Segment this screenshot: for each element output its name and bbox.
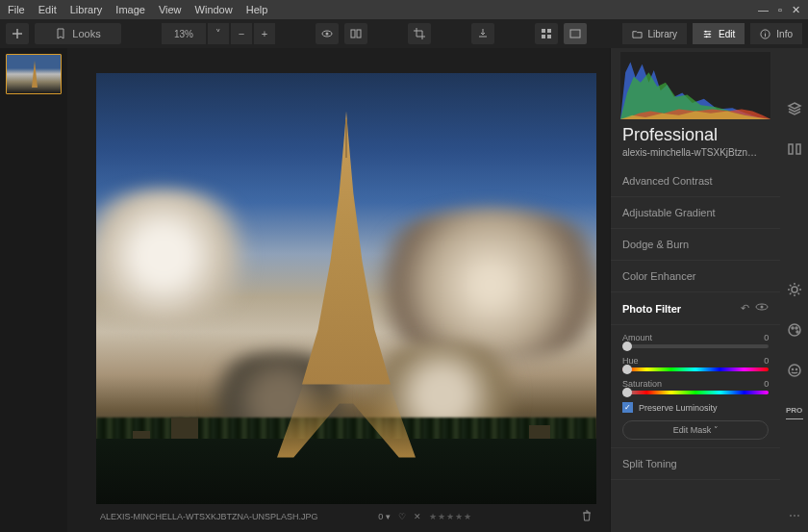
menu-file[interactable]: File bbox=[8, 4, 25, 15]
hue-value: 0 bbox=[764, 356, 769, 366]
svg-point-1 bbox=[326, 33, 329, 36]
svg-rect-5 bbox=[547, 29, 551, 33]
toggle-icon[interactable] bbox=[755, 302, 769, 315]
maximize-icon[interactable]: ▫ bbox=[778, 4, 782, 16]
status-counter[interactable]: 0 ▾ bbox=[378, 512, 391, 521]
menu-bar: File Edit Library Image View Window Help… bbox=[0, 0, 808, 19]
menu-library[interactable]: Library bbox=[70, 4, 103, 15]
library-icon bbox=[632, 29, 643, 39]
amount-value: 0 bbox=[764, 333, 769, 342]
photo-preview bbox=[96, 73, 596, 504]
status-filename: ALEXIS-MINCHELLA-WTSXKJBTZNA-UNSPLASH.JP… bbox=[100, 512, 318, 521]
menu-edit[interactable]: Edit bbox=[38, 4, 57, 15]
zoom-in-button[interactable]: + bbox=[254, 23, 275, 44]
svg-point-21 bbox=[796, 331, 798, 333]
histogram bbox=[620, 52, 770, 119]
compare-button[interactable] bbox=[344, 23, 367, 44]
menu-image[interactable]: Image bbox=[115, 4, 145, 15]
svg-point-11 bbox=[706, 36, 708, 38]
preset-filename: alexis-minchella-wTSXKjBtzn… bbox=[611, 147, 780, 165]
svg-point-22 bbox=[789, 365, 800, 376]
preview-button[interactable] bbox=[316, 23, 339, 44]
crop-button[interactable] bbox=[408, 23, 431, 44]
svg-point-14 bbox=[761, 306, 764, 309]
grid-view-button[interactable] bbox=[535, 23, 558, 44]
zoom-dropdown[interactable]: ˅ bbox=[208, 23, 229, 44]
svg-rect-16 bbox=[796, 144, 800, 154]
svg-rect-8 bbox=[570, 30, 580, 38]
svg-rect-2 bbox=[351, 30, 355, 38]
svg-point-19 bbox=[792, 327, 794, 329]
zoom-control: 13% ˅ − + bbox=[162, 23, 275, 44]
sun-icon[interactable] bbox=[786, 281, 803, 298]
toolbar: Looks 13% ˅ − + Library Edit Info bbox=[0, 19, 808, 48]
trash-icon[interactable] bbox=[581, 510, 593, 523]
sidebar: PRO ⋯ bbox=[780, 48, 808, 532]
preserve-luminosity-checkbox[interactable]: ✓ Preserve Luminosity bbox=[622, 402, 769, 413]
tool-dodge-burn[interactable]: Dodge & Burn bbox=[611, 229, 780, 261]
tool-photo-filter-label: Photo Filter bbox=[622, 303, 681, 315]
svg-rect-7 bbox=[547, 35, 551, 38]
palette-icon[interactable] bbox=[786, 321, 803, 339]
svg-point-10 bbox=[708, 33, 710, 35]
tab-edit[interactable]: Edit bbox=[693, 23, 745, 44]
svg-rect-4 bbox=[542, 29, 545, 33]
single-view-button[interactable] bbox=[564, 23, 587, 44]
saturation-slider[interactable] bbox=[622, 391, 769, 394]
preset-title: Professional bbox=[611, 119, 780, 147]
more-icon[interactable]: ⋯ bbox=[789, 509, 800, 522]
edit-mask-button[interactable]: Edit Mask ˅ bbox=[622, 420, 769, 440]
preserve-luminosity-label: Preserve Luminosity bbox=[639, 403, 718, 413]
add-button[interactable] bbox=[6, 23, 29, 44]
favorite-icon[interactable]: ♡ bbox=[398, 512, 406, 521]
sliders-icon bbox=[702, 29, 713, 39]
hue-slider[interactable] bbox=[622, 367, 769, 371]
zoom-value[interactable]: 13% bbox=[162, 23, 206, 44]
tool-photo-filter[interactable]: Photo Filter ↶ bbox=[611, 292, 780, 325]
menu-window[interactable]: Window bbox=[195, 4, 233, 15]
status-bar: ALEXIS-MINCHELLA-WTSXKJBTZNA-UNSPLASH.JP… bbox=[96, 505, 596, 528]
tool-advanced-contrast[interactable]: Advanced Contrast bbox=[611, 165, 780, 197]
export-button[interactable] bbox=[471, 23, 494, 44]
menu-help[interactable]: Help bbox=[246, 4, 268, 15]
svg-point-24 bbox=[795, 369, 796, 370]
tool-split-toning[interactable]: Split Toning bbox=[611, 448, 780, 480]
svg-rect-6 bbox=[542, 35, 545, 38]
rating-stars[interactable]: ★★★★★ bbox=[429, 512, 472, 521]
pro-badge[interactable]: PRO bbox=[786, 402, 803, 419]
svg-point-23 bbox=[792, 369, 793, 370]
tool-color-enhancer[interactable]: Color Enhancer bbox=[611, 261, 780, 292]
looks-button[interactable]: Looks bbox=[35, 23, 121, 44]
reject-icon[interactable]: ✕ bbox=[414, 512, 421, 521]
saturation-value: 0 bbox=[764, 379, 769, 389]
edit-panel: Professional alexis-minchella-wTSXKjBtzn… bbox=[610, 48, 780, 532]
canvas[interactable] bbox=[96, 71, 596, 505]
svg-point-18 bbox=[789, 324, 800, 336]
menu-view[interactable]: View bbox=[159, 4, 182, 15]
svg-point-9 bbox=[705, 30, 707, 32]
looks-label: Looks bbox=[72, 28, 100, 39]
svg-rect-15 bbox=[789, 144, 793, 154]
reset-icon[interactable]: ↶ bbox=[741, 302, 749, 315]
tool-adjustable-gradient[interactable]: Adjustable Gradient bbox=[611, 197, 780, 229]
info-icon bbox=[760, 29, 770, 39]
tab-library[interactable]: Library bbox=[622, 23, 688, 44]
svg-point-17 bbox=[792, 287, 797, 292]
checkbox-icon: ✓ bbox=[622, 402, 633, 413]
svg-point-20 bbox=[795, 327, 797, 329]
bookmark-icon bbox=[55, 28, 66, 39]
face-icon[interactable] bbox=[786, 362, 803, 379]
zoom-out-button[interactable]: − bbox=[231, 23, 252, 44]
filmstrip bbox=[0, 48, 67, 532]
compare-icon[interactable] bbox=[786, 140, 803, 158]
svg-rect-3 bbox=[357, 30, 361, 38]
thumbnail-selected[interactable] bbox=[6, 54, 62, 94]
tab-info[interactable]: Info bbox=[750, 23, 802, 44]
layers-icon[interactable] bbox=[786, 100, 803, 117]
photo-filter-controls: Amount0 Hue0 Saturation0 ✓ Preserve Lumi… bbox=[611, 325, 780, 448]
minimize-icon[interactable]: — bbox=[758, 4, 769, 16]
close-icon[interactable]: ✕ bbox=[792, 4, 800, 16]
amount-slider[interactable] bbox=[622, 344, 769, 348]
